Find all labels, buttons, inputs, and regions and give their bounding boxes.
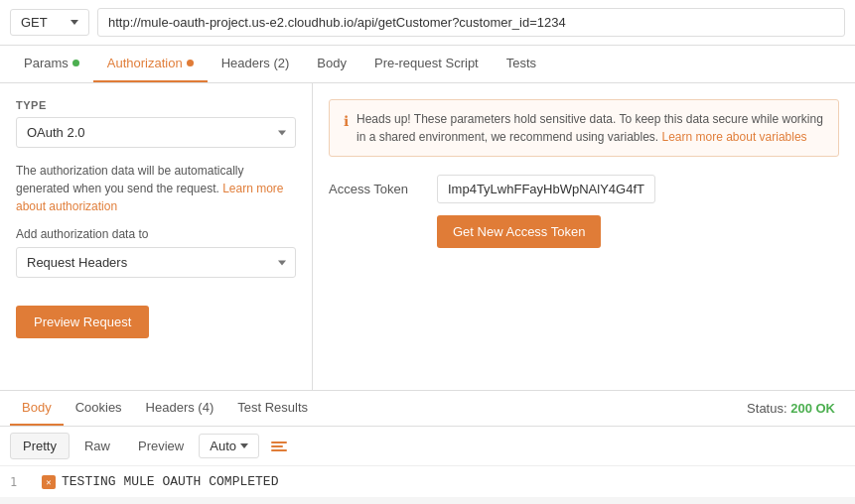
bottom-tab-cookies[interactable]: Cookies (64, 391, 134, 426)
access-token-input[interactable] (437, 175, 655, 203)
method-chevron-icon (71, 20, 78, 25)
right-panel: ℹ Heads up! These parameters hold sensit… (313, 83, 855, 390)
bottom-tab-body[interactable]: Body (10, 391, 64, 426)
tab-body[interactable]: Body (303, 46, 360, 82)
line-number: 1 (10, 475, 34, 489)
access-token-row: Access Token (329, 175, 839, 203)
error-icon: ✕ (42, 475, 56, 489)
auth-type-wrapper: OAuth 2.0 (16, 117, 296, 148)
status-ok: 200 OK (790, 401, 835, 416)
response-body: 1 ✕ TESTING MULE OAUTH COMPLETED (0, 466, 855, 497)
url-input[interactable] (97, 8, 845, 37)
main-content: TYPE OAuth 2.0 The authorization data wi… (0, 83, 855, 391)
tab-tests[interactable]: Tests (493, 46, 550, 82)
format-chevron-icon (240, 443, 248, 448)
tab-authorization[interactable]: Authorization (93, 46, 208, 82)
add-auth-select[interactable]: Request Headers (16, 247, 296, 278)
warning-box: ℹ Heads up! These parameters hold sensit… (329, 99, 839, 157)
method-label: GET (21, 15, 48, 30)
access-token-label: Access Token (329, 182, 423, 196)
sub-tab-pretty[interactable]: Pretty (10, 433, 70, 459)
add-auth-label: Add authorization data to (16, 227, 296, 241)
type-label: TYPE (16, 99, 296, 111)
bottom-tabs-row: Body Cookies Headers (4) Test Results St… (0, 391, 855, 427)
add-auth-wrapper: Request Headers (16, 247, 296, 278)
response-line: 1 ✕ TESTING MULE OAUTH COMPLETED (0, 472, 855, 491)
response-sub-tabs: Pretty Raw Preview Auto (0, 427, 855, 466)
warning-icon: ℹ (344, 111, 349, 146)
learn-vars-link[interactable]: Learn more about variables (662, 130, 807, 144)
sub-tab-raw[interactable]: Raw (71, 433, 123, 459)
response-text: TESTING MULE OAUTH COMPLETED (62, 474, 278, 489)
tab-prerequest[interactable]: Pre-request Script (360, 46, 493, 82)
url-bar: GET (0, 0, 855, 46)
method-select[interactable]: GET (10, 9, 89, 36)
response-format-select[interactable]: Auto (199, 434, 259, 458)
wrap-lines-icon[interactable] (271, 441, 287, 451)
get-new-access-token-button[interactable]: Get New Access Token (437, 215, 601, 248)
tab-params[interactable]: Params (10, 46, 93, 82)
main-tabs: Params Authorization Headers (2) Body Pr… (0, 46, 855, 83)
bottom-tab-headers[interactable]: Headers (4) (134, 391, 226, 426)
status-badge: Status: 200 OK (747, 401, 845, 416)
sub-tab-preview[interactable]: Preview (125, 433, 197, 459)
warning-text: Heads up! These parameters hold sensitiv… (356, 110, 824, 146)
bottom-section: Body Cookies Headers (4) Test Results St… (0, 391, 855, 497)
left-panel: TYPE OAuth 2.0 The authorization data wi… (0, 83, 313, 390)
params-dot (72, 60, 79, 66)
preview-request-button[interactable]: Preview Request (16, 306, 149, 338)
authorization-dot (187, 60, 194, 66)
auth-description: The authorization data will be automatic… (16, 162, 296, 215)
auth-type-select[interactable]: OAuth 2.0 (16, 117, 296, 148)
bottom-tab-test-results[interactable]: Test Results (225, 391, 320, 426)
tab-headers[interactable]: Headers (2) (208, 46, 304, 82)
